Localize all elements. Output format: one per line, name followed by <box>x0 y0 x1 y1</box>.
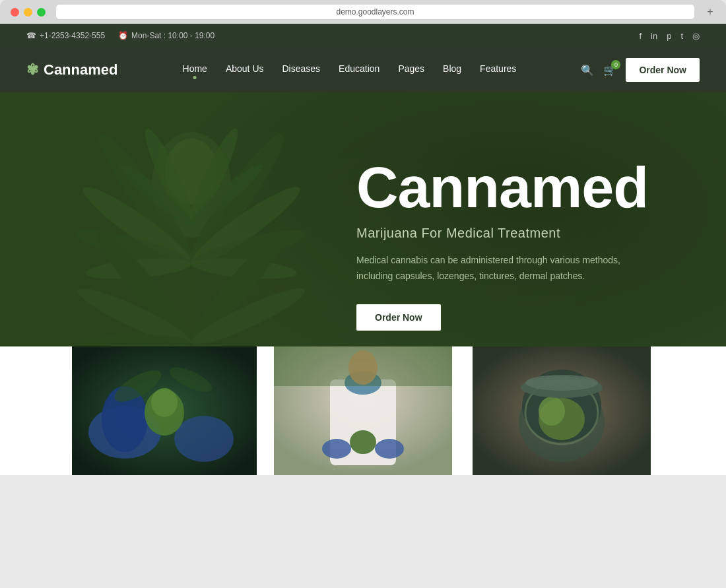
new-tab-button[interactable]: + <box>705 7 715 17</box>
gallery-item-2 <box>265 346 461 475</box>
address-bar[interactable]: demo.goodlayers.com <box>56 5 694 19</box>
nav-education[interactable]: Education <box>339 63 380 77</box>
nav-pages[interactable]: Pages <box>398 63 424 77</box>
gallery-photo-2 <box>265 346 461 475</box>
topbar-social: f in p t ◎ <box>639 31 700 41</box>
twitter-icon[interactable]: t <box>680 31 683 41</box>
gallery-photo-3 <box>463 346 660 475</box>
nav-features[interactable]: Features <box>480 63 516 77</box>
svg-point-34 <box>375 439 404 459</box>
topbar-left: ☎ +1-2353-4352-555 ⏰ Mon-Sat : 10:00 - 1… <box>26 31 214 40</box>
header: ✾ Cannamed Home About Us Diseases Educat… <box>0 48 726 92</box>
nav-icons: 🔍 🛒 0 Order Now <box>581 58 700 82</box>
gallery-section <box>0 346 726 475</box>
linkedin-icon[interactable]: in <box>651 31 657 41</box>
logo-text: Cannamed <box>44 61 117 79</box>
nav-diseases[interactable]: Diseases <box>282 63 321 77</box>
instagram-icon[interactable]: ◎ <box>692 31 700 41</box>
business-hours: Mon-Sat : 10:00 - 19:00 <box>131 31 214 40</box>
gallery-photo-1 <box>66 346 263 475</box>
traffic-lights <box>11 8 46 16</box>
svg-rect-36 <box>274 346 452 386</box>
navigation: Home About Us Diseases Education Pages B… <box>183 63 517 77</box>
hero-title: Cannamed <box>356 158 686 216</box>
logo[interactable]: ✾ Cannamed <box>26 61 117 79</box>
phone-info: ☎ +1-2353-4352-555 <box>26 31 105 40</box>
minimize-button[interactable] <box>24 8 32 16</box>
cart-icon[interactable]: 🛒 0 <box>603 64 616 77</box>
order-now-button[interactable]: Order Now <box>626 58 700 82</box>
topbar: ☎ +1-2353-4352-555 ⏰ Mon-Sat : 10:00 - 1… <box>0 24 726 48</box>
hero-cta-button[interactable]: Order Now <box>356 304 441 331</box>
hero-description: Medical cannabis can be administered thr… <box>356 253 647 284</box>
facebook-icon[interactable]: f <box>639 31 642 41</box>
phone-number: +1-2353-4352-555 <box>40 31 105 40</box>
hero-subtitle: Marijuana For Medical Treatment <box>356 226 686 241</box>
pinterest-icon[interactable]: p <box>667 31 671 41</box>
logo-icon: ✾ <box>26 61 38 79</box>
url-text: demo.goodlayers.com <box>336 7 414 16</box>
close-button[interactable] <box>11 8 19 16</box>
nav-home[interactable]: Home <box>183 63 207 77</box>
gallery-item-3 <box>463 346 660 475</box>
cart-badge: 0 <box>611 60 620 69</box>
svg-point-24 <box>174 416 234 462</box>
maximize-button[interactable] <box>37 8 46 16</box>
nav-blog[interactable]: Blog <box>443 63 461 77</box>
hours-info: ⏰ Mon-Sat : 10:00 - 19:00 <box>118 31 214 40</box>
browser-titlebar: demo.goodlayers.com + <box>0 0 726 24</box>
svg-point-26 <box>151 388 178 417</box>
svg-point-33 <box>322 439 351 459</box>
hero-content: Cannamed Marijuana For Medical Treatment… <box>356 92 686 331</box>
svg-point-35 <box>350 430 376 454</box>
svg-point-44 <box>525 375 598 391</box>
website-container: ☎ +1-2353-4352-555 ⏰ Mon-Sat : 10:00 - 1… <box>0 24 726 588</box>
clock-icon: ⏰ <box>118 31 128 40</box>
svg-point-42 <box>539 397 565 426</box>
browser-window: demo.goodlayers.com + <box>0 0 726 24</box>
nav-about[interactable]: About Us <box>226 63 264 77</box>
phone-icon: ☎ <box>26 31 36 40</box>
search-icon[interactable]: 🔍 <box>581 64 594 77</box>
hero-section: Cannamed Marijuana For Medical Treatment… <box>0 92 726 475</box>
gallery-item-1 <box>66 346 263 475</box>
